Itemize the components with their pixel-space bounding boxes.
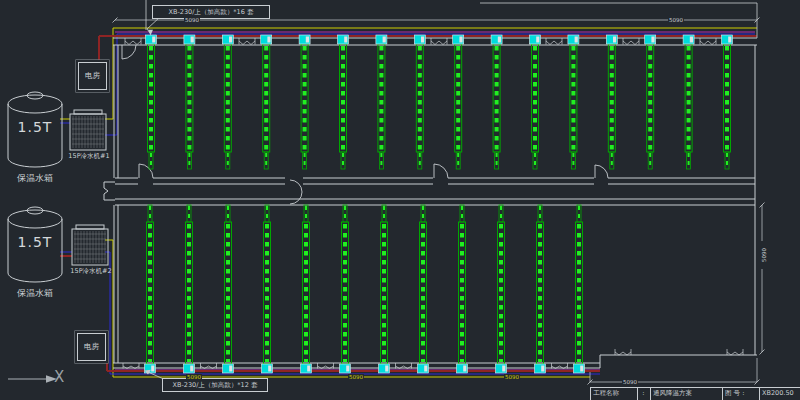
cooling-duct (493, 44, 500, 152)
project-name-value: 通风降温方案 (650, 388, 722, 400)
tank-top-capacity: 1.5T (8, 119, 62, 135)
dim-bottom-a: 5090 (186, 374, 202, 380)
project-name-colon: ： (637, 388, 650, 400)
cooling-duct (224, 44, 231, 152)
power-room-bottom: 电房 (77, 333, 106, 361)
supply-pipes (60, 28, 757, 377)
building-walls (104, 0, 757, 368)
dim-bottom-right: 5090 (622, 379, 638, 385)
top-duct-array (146, 35, 733, 169)
bottom-duct-array (145, 205, 585, 373)
window-symbols (123, 38, 743, 369)
cooling-duct (532, 44, 539, 152)
dimension-lines (113, 18, 765, 385)
drawing-number-label: 图 号： (722, 388, 759, 400)
x-axis-arrow (8, 375, 57, 383)
cooling-duct (570, 44, 577, 152)
x-axis-label: X (54, 368, 64, 386)
chiller-bottom-label: 15P冷水机#2 (58, 267, 124, 276)
tank-bottom-capacity: 1.5T (8, 234, 62, 250)
cooling-duct (378, 44, 385, 152)
top-duct-callout: XB-230/上（加高款）*16 套 (152, 5, 270, 19)
cooling-duct (455, 44, 462, 152)
tank-bottom-label: 保温水箱 (0, 287, 70, 300)
cooling-duct (301, 44, 308, 152)
cooling-duct (685, 44, 692, 152)
dim-top-right: 5090 (668, 17, 684, 23)
cooling-duct (608, 44, 615, 152)
power-room-top: 电房 (78, 62, 107, 90)
dim-bottom-c: 5090 (504, 374, 520, 380)
cooling-duct (263, 44, 270, 152)
cooling-duct (647, 44, 654, 152)
bottom-duct-callout: XB-230/上（加高款）*12 套 (162, 378, 268, 392)
title-block: 工程名称 ： 通风降温方案 图 号： XB200.50 (590, 387, 800, 400)
tank-top-label: 保温水箱 (0, 172, 70, 185)
cooling-duct (416, 44, 423, 152)
door-symbols (122, 45, 608, 204)
drawing-number-value: XB200.50 (759, 388, 800, 400)
chiller-top-label: 15P冷水机#1 (56, 152, 122, 161)
dim-top-left: 5090 (184, 17, 200, 23)
cooling-duct (148, 44, 155, 152)
drawing-linework (0, 0, 800, 400)
dim-right-side: 5090 (761, 241, 767, 269)
chiller-units (70, 110, 108, 265)
cad-floor-plan: XB-230/上（加高款）*16 套 XB-230/上（加高款）*12 套 1.… (0, 0, 800, 400)
cooling-duct (724, 44, 731, 152)
project-name-label: 工程名称 (591, 388, 637, 400)
cooling-duct (186, 44, 193, 152)
cooling-duct (340, 44, 347, 152)
dim-bottom-b: 5090 (348, 374, 364, 380)
